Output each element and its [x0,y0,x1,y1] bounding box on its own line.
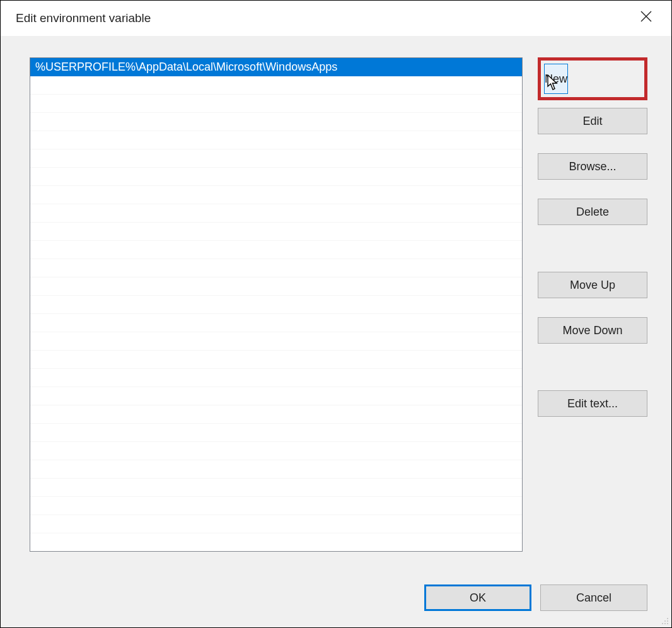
dialog-body: %USERPROFILE%\AppData\Local\Microsoft\Wi… [1,36,671,627]
svg-point-2 [667,618,668,619]
list-item[interactable] [30,149,522,168]
svg-point-4 [667,620,668,622]
spacer [538,306,647,317]
list-item[interactable] [30,186,522,204]
move-down-button-label: Move Down [562,324,622,337]
list-item[interactable] [30,387,522,405]
spacer [538,351,647,390]
list-item[interactable] [30,460,522,479]
svg-point-5 [662,623,663,624]
delete-button-label: Delete [576,206,609,219]
titlebar: Edit environment variable [1,1,671,36]
browse-button-label: Browse... [569,160,616,173]
move-up-button[interactable]: Move Up [538,272,647,298]
spacer [538,187,647,199]
list-item[interactable] [30,369,522,387]
edit-button-label: Edit [582,115,602,128]
delete-button[interactable]: Delete [538,199,647,225]
close-icon [640,11,652,22]
browse-button[interactable]: Browse... [538,153,647,180]
cancel-button[interactable]: Cancel [540,584,647,611]
ok-button-label: OK [470,591,486,604]
list-item[interactable] [30,497,522,515]
highlight-annotation: New [538,57,647,100]
svg-point-7 [667,623,668,624]
spacer [538,233,647,272]
list-item[interactable] [30,259,522,277]
list-item[interactable] [30,479,522,497]
svg-point-3 [664,620,666,622]
list-item[interactable] [30,296,522,314]
move-up-button-label: Move Up [570,279,615,292]
list-item[interactable] [30,168,522,186]
list-item[interactable] [30,76,522,95]
path-listbox[interactable]: %USERPROFILE%\AppData\Local\Microsoft\Wi… [30,57,523,552]
close-button[interactable] [632,3,660,30]
list-item[interactable] [30,95,522,113]
list-item[interactable] [30,241,522,259]
list-item[interactable] [30,424,522,442]
list-item[interactable] [30,332,522,351]
main-row: %USERPROFILE%\AppData\Local\Microsoft\Wi… [30,57,647,569]
list-item[interactable] [30,277,522,296]
cancel-button-label: Cancel [576,591,611,604]
move-down-button[interactable]: Move Down [538,317,647,344]
footer-row: OK Cancel [30,584,647,611]
new-button-label: New [545,73,567,86]
list-item[interactable] [30,405,522,424]
list-item[interactable] [30,314,522,332]
ok-button[interactable]: OK [424,584,531,611]
new-button[interactable]: New [544,64,568,94]
dialog-window: Edit environment variable %USERPROFILE%\… [0,0,672,628]
edit-text-button[interactable]: Edit text... [538,390,647,417]
svg-point-6 [664,623,666,624]
resize-grip-icon [660,616,669,625]
list-item[interactable]: %USERPROFILE%\AppData\Local\Microsoft\Wi… [30,58,522,76]
list-item[interactable] [30,351,522,369]
side-buttons: New Edit Browse... Delete [538,57,647,569]
window-title: Edit environment variable [16,11,151,25]
spacer [538,142,647,153]
list-item[interactable] [30,204,522,223]
edit-button[interactable]: Edit [538,108,647,134]
list-item[interactable] [30,442,522,460]
list-item[interactable] [30,131,522,149]
list-item[interactable] [30,113,522,131]
edit-text-button-label: Edit text... [567,397,618,410]
list-item[interactable] [30,223,522,241]
list-item[interactable] [30,515,522,533]
